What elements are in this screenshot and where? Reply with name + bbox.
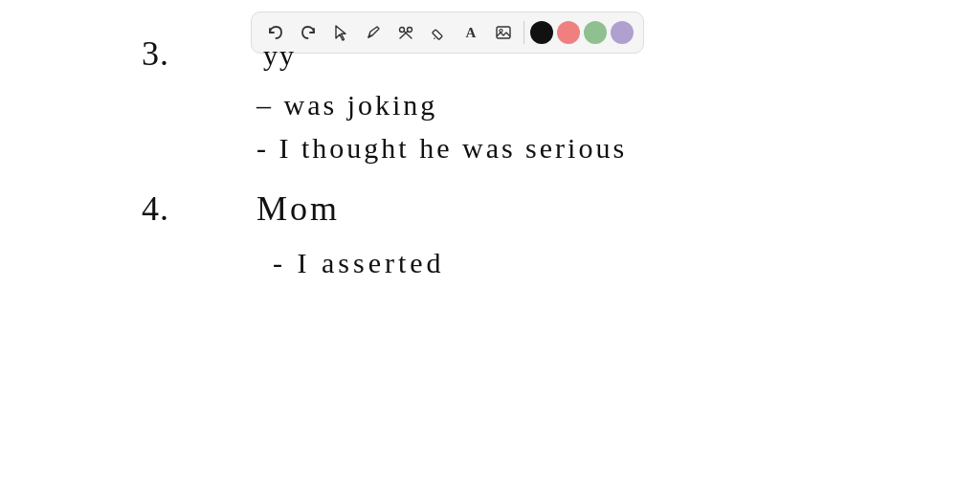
image-button[interactable] [489,18,518,47]
svg-rect-5 [497,27,510,38]
svg-rect-4 [433,30,443,40]
line-mom: Mom [256,189,340,228]
tools-button[interactable] [391,18,420,47]
drawing-toolbar: A [251,11,644,54]
text-button[interactable]: A [457,18,485,47]
color-pink[interactable] [557,21,580,44]
color-green[interactable] [584,21,607,44]
item-3-number: 3. [142,34,169,73]
undo-button[interactable] [261,18,290,47]
highlighter-button[interactable] [424,18,453,47]
line-i-thought: - I thought he was serious [256,132,627,164]
pen-button[interactable] [359,18,388,47]
text-icon-label: A [466,25,477,41]
select-button[interactable] [326,18,355,47]
color-black[interactable] [530,21,553,44]
color-purple[interactable] [611,21,634,44]
redo-button[interactable] [294,18,323,47]
handwriting-canvas: 3. yy – was joking - I thought he was se… [0,0,980,488]
toolbar-divider [523,21,524,44]
line-was-joking: – was joking [256,89,437,121]
svg-point-6 [500,30,502,33]
item-4-number: 4. [142,189,169,228]
line-i-asserted: - I asserted [273,247,445,278]
